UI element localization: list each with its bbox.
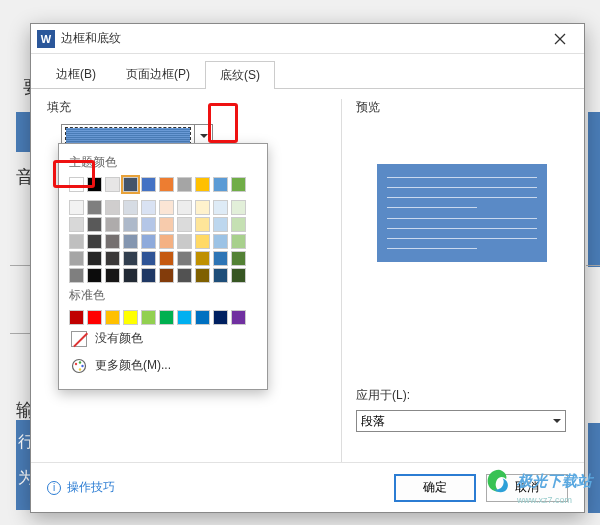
more-colors-label: 更多颜色(M)...: [95, 357, 171, 374]
color-swatch[interactable]: [231, 234, 246, 249]
color-swatch[interactable]: [159, 251, 174, 266]
color-swatch[interactable]: [123, 268, 138, 283]
tips-link[interactable]: i 操作技巧: [47, 479, 115, 496]
color-swatch[interactable]: [159, 200, 174, 215]
color-swatch[interactable]: [195, 177, 210, 192]
color-swatch[interactable]: [123, 177, 138, 192]
color-swatch[interactable]: [105, 310, 120, 325]
color-swatch[interactable]: [105, 234, 120, 249]
no-color-option[interactable]: 没有颜色: [69, 325, 257, 352]
color-swatch[interactable]: [231, 268, 246, 283]
color-swatch[interactable]: [69, 310, 84, 325]
preview-label: 预览: [356, 99, 568, 116]
color-swatch[interactable]: [195, 217, 210, 232]
color-swatch[interactable]: [105, 268, 120, 283]
watermark-text: 极光下载站: [517, 472, 592, 491]
color-swatch[interactable]: [213, 177, 228, 192]
bg-line: [10, 333, 32, 334]
color-swatch[interactable]: [87, 251, 102, 266]
color-swatch[interactable]: [141, 177, 156, 192]
color-swatch[interactable]: [159, 177, 174, 192]
watermark-icon: [485, 467, 513, 495]
color-swatch[interactable]: [231, 310, 246, 325]
bg-line: [10, 265, 32, 266]
tab-shading[interactable]: 底纹(S): [205, 61, 275, 89]
color-swatch[interactable]: [87, 310, 102, 325]
color-swatch[interactable]: [231, 251, 246, 266]
close-icon: [554, 33, 566, 45]
color-swatch[interactable]: [141, 251, 156, 266]
svg-point-5: [81, 364, 83, 366]
color-swatch[interactable]: [87, 234, 102, 249]
color-swatch[interactable]: [159, 234, 174, 249]
color-swatch[interactable]: [69, 251, 84, 266]
color-swatch[interactable]: [123, 310, 138, 325]
color-swatch[interactable]: [213, 217, 228, 232]
color-swatch[interactable]: [231, 200, 246, 215]
color-swatch[interactable]: [69, 200, 84, 215]
color-swatch[interactable]: [87, 200, 102, 215]
color-swatch[interactable]: [105, 177, 120, 192]
tab-borders[interactable]: 边框(B): [41, 60, 111, 88]
color-swatch[interactable]: [231, 217, 246, 232]
color-swatch[interactable]: [123, 200, 138, 215]
color-swatch[interactable]: [87, 177, 102, 192]
svg-point-4: [79, 361, 81, 363]
watermark: 极光下载站: [485, 467, 592, 495]
color-swatch[interactable]: [141, 234, 156, 249]
color-swatch[interactable]: [105, 251, 120, 266]
color-swatch[interactable]: [231, 177, 246, 192]
tips-text: 操作技巧: [67, 479, 115, 496]
color-swatch[interactable]: [177, 310, 192, 325]
standard-colors-label: 标准色: [69, 287, 257, 304]
no-color-label: 没有颜色: [95, 330, 143, 347]
color-swatch[interactable]: [69, 268, 84, 283]
titlebar: W 边框和底纹: [31, 24, 584, 54]
color-swatch[interactable]: [195, 200, 210, 215]
color-swatch[interactable]: [177, 177, 192, 192]
color-swatch[interactable]: [177, 234, 192, 249]
color-swatch[interactable]: [123, 217, 138, 232]
color-picker-popup: 主题颜色 标准色 没有颜色 更多颜色(M)...: [58, 143, 268, 390]
close-button[interactable]: [540, 25, 580, 53]
color-swatch[interactable]: [69, 217, 84, 232]
color-swatch[interactable]: [105, 217, 120, 232]
more-colors-option[interactable]: 更多颜色(M)...: [69, 352, 257, 379]
preview-box: [377, 164, 547, 262]
color-swatch[interactable]: [141, 310, 156, 325]
color-swatch[interactable]: [141, 217, 156, 232]
color-swatch[interactable]: [195, 234, 210, 249]
color-swatch[interactable]: [159, 310, 174, 325]
color-swatch[interactable]: [195, 310, 210, 325]
color-swatch[interactable]: [141, 200, 156, 215]
color-swatch[interactable]: [195, 268, 210, 283]
bg-block: [16, 112, 30, 152]
color-swatch[interactable]: [213, 268, 228, 283]
color-swatch[interactable]: [177, 200, 192, 215]
color-swatch[interactable]: [177, 217, 192, 232]
color-swatch[interactable]: [87, 217, 102, 232]
color-swatch[interactable]: [177, 268, 192, 283]
apply-to-select[interactable]: 段落: [356, 410, 566, 432]
svg-point-6: [79, 368, 81, 370]
color-swatch[interactable]: [69, 234, 84, 249]
watermark-url: www.xz7.com: [517, 495, 572, 505]
color-swatch[interactable]: [87, 268, 102, 283]
color-swatch[interactable]: [213, 234, 228, 249]
apply-to-value: 段落: [361, 413, 385, 430]
color-swatch[interactable]: [213, 200, 228, 215]
color-swatch[interactable]: [195, 251, 210, 266]
color-swatch[interactable]: [159, 268, 174, 283]
color-swatch[interactable]: [69, 177, 84, 192]
color-swatch[interactable]: [213, 310, 228, 325]
color-swatch[interactable]: [123, 251, 138, 266]
selected-color-swatch: [66, 128, 190, 144]
color-swatch[interactable]: [105, 200, 120, 215]
color-swatch[interactable]: [213, 251, 228, 266]
color-swatch[interactable]: [123, 234, 138, 249]
ok-button[interactable]: 确定: [394, 474, 476, 502]
color-swatch[interactable]: [177, 251, 192, 266]
tab-page-borders[interactable]: 页面边框(P): [111, 60, 205, 88]
color-swatch[interactable]: [159, 217, 174, 232]
color-swatch[interactable]: [141, 268, 156, 283]
